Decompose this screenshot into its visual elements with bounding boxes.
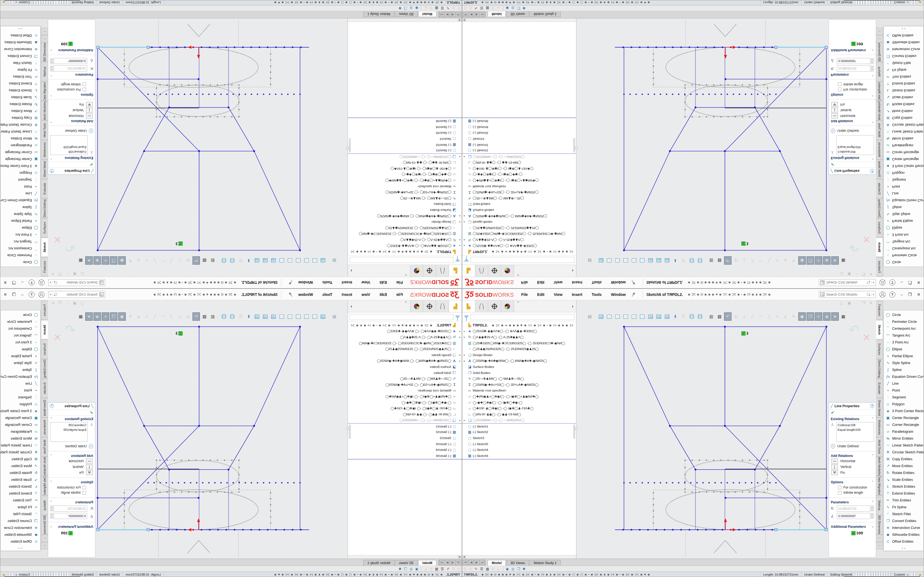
tab-configurationmanager[interactable] bbox=[423, 265, 436, 277]
panel-expand-chevron[interactable]: › bbox=[572, 268, 576, 273]
flyout-item[interactable]: ✂ Trim Entities bbox=[0, 73, 40, 80]
doc-restore-left-icon[interactable]: ▢ bbox=[81, 272, 84, 276]
tab-nav-arrow[interactable]: ▶ bbox=[474, 560, 480, 565]
help-icon[interactable]: ? bbox=[29, 292, 35, 298]
menu-item[interactable]: Window bbox=[611, 292, 626, 297]
relation-button-row[interactable]: — Horizontal bbox=[831, 113, 874, 118]
motion-toolbar-icon[interactable]: ∟ bbox=[497, 567, 501, 571]
flyout-item[interactable]: ✂ Trim Entities bbox=[0, 497, 40, 504]
flyout-item[interactable]: ╱ Line bbox=[0, 190, 40, 197]
restore-button[interactable]: ❐ bbox=[908, 280, 912, 285]
flyout-item[interactable]: ⌒ Centerpoint Arc bbox=[884, 245, 924, 252]
flyout-item[interactable]: ✲ Circular Sketch Pattern bbox=[884, 121, 924, 128]
toolbar-icon[interactable]: ➤ bbox=[85, 313, 93, 321]
flyout-item[interactable]: ≋ Intersection Curve bbox=[884, 524, 924, 531]
option-row[interactable]: Infinite length bbox=[838, 82, 874, 86]
search-icon[interactable] bbox=[53, 292, 58, 297]
flyout-item[interactable]: ◯ Circle bbox=[0, 259, 40, 266]
option-row[interactable]: Infinite length bbox=[50, 491, 86, 495]
pm-help-icon[interactable]: ? bbox=[50, 404, 54, 408]
collapse-caret-icon[interactable]: ⌃ bbox=[50, 454, 52, 458]
tab-nav-arrow[interactable]: ⏮ bbox=[463, 560, 468, 565]
tree-row[interactable]: ▱ ◯◦◉✚◯✻◉I◯ ◦◯ I◉✻◯✚◉◦◯ bbox=[462, 400, 576, 406]
pm-help-icon[interactable]: ? bbox=[50, 169, 54, 173]
flyout-item[interactable]: ⌒ Centerpoint Arc bbox=[0, 325, 40, 332]
flyout-item[interactable]: ƒx Equation Driven Curve bbox=[0, 197, 40, 204]
status-custom[interactable]: Custom ▴ bbox=[13, 1, 32, 4]
search-input[interactable] bbox=[826, 292, 866, 297]
toolbar-icon[interactable]: ▦ bbox=[77, 313, 84, 321]
commandmanager-tab[interactable]: Features bbox=[876, 257, 883, 276]
tree-row[interactable]: ▸ ↻ ◯Ʌ♟◉✚25◦Λ◯ ◦◯ Λ◦25✚◉♟Ʌ◯ bbox=[462, 237, 576, 243]
tree-row[interactable]: ▸ ↻ ◯Ʌ♟◉✚25◦Λ◯ ◦◯ Λ◦25✚◉♟Ʌ◯ bbox=[462, 334, 576, 340]
close-button[interactable]: ✕ bbox=[917, 280, 921, 285]
flyout-item[interactable]: ↗ Move Entities bbox=[0, 108, 40, 114]
tree-hscrollbar[interactable]: ◀ bbox=[462, 18, 576, 22]
commandmanager-tab[interactable]: ⋮ bbox=[876, 28, 883, 35]
motion-toolbar-icon[interactable] bbox=[503, 6, 503, 10]
tree-row[interactable]: ▸ ★ ◯253Ǝ✚◦♟◉ΛΛ⊕◯ ◦◯ ⊕ΛΛ◉♟◦✚Ǝ352◯ bbox=[462, 328, 576, 334]
flyout-item[interactable]: Ŀ Stretch Entities bbox=[0, 87, 40, 94]
scroll-left-arrow[interactable]: ◀ bbox=[462, 18, 466, 22]
commandmanager-tab[interactable]: Sheet Metal bbox=[876, 398, 883, 417]
angle-field[interactable]: 0.00000000° bbox=[53, 58, 87, 64]
collapse-caret-icon[interactable]: ⌃ bbox=[50, 417, 52, 421]
tree-row[interactable]: ❒ Solid Bodies bbox=[348, 370, 462, 376]
search-dropdown-icon[interactable]: ▾ bbox=[50, 293, 53, 296]
flyout-item[interactable]: Ŀ Stretch Entities bbox=[0, 483, 40, 490]
flyout-item[interactable]: ∿ Style Spline bbox=[884, 211, 924, 218]
relation-button-row[interactable]: Ψ Fix bbox=[831, 102, 874, 107]
flyout-item[interactable]: ❒ Convert Entities bbox=[884, 53, 924, 60]
toolbar-icon[interactable]: ▦ bbox=[840, 313, 847, 321]
collapse-caret-icon[interactable]: ⌃ bbox=[50, 93, 52, 97]
flyout-item[interactable]: ✲ Circular Sketch Pattern bbox=[0, 449, 40, 456]
motion-toolbar-icon[interactable]: ❒ bbox=[517, 567, 520, 571]
menu-item[interactable]: Window bbox=[298, 292, 313, 297]
collapse-caret-icon[interactable]: ⌃ bbox=[50, 480, 52, 484]
relation-item[interactable]: Collinear108 bbox=[838, 423, 872, 427]
pin-icon[interactable] bbox=[632, 293, 635, 297]
tab-featuremanager[interactable]: ▙ bbox=[462, 300, 475, 312]
user-account-icon[interactable] bbox=[39, 280, 45, 286]
commandmanager-tab[interactable]: Markup bbox=[41, 496, 48, 515]
status-custom[interactable]: Custom ▴ bbox=[892, 573, 911, 576]
flyout-item[interactable]: ◖ Partial Ellipse bbox=[884, 353, 924, 359]
tree-row[interactable]: ✎ ◯25◦∩✻♟AM◯ ◦◯ MA♟✻∩◦25◯ bbox=[462, 376, 576, 382]
flyout-item[interactable]: ◈ 3 Point Center Recta... bbox=[0, 163, 40, 169]
relation-button-icon[interactable]: | bbox=[86, 464, 93, 469]
search-box[interactable]: ▾ bbox=[48, 279, 105, 286]
panel-collapse-dot[interactable] bbox=[346, 427, 349, 430]
tab-nav-arrow[interactable]: ▶ bbox=[474, 12, 480, 17]
motion-toolbar-icon[interactable]: ✎ bbox=[446, 6, 449, 10]
flyout-item[interactable]: ✲ Circular Sketch Pattern bbox=[884, 449, 924, 456]
relation-button-row[interactable]: | Vertical bbox=[831, 108, 874, 113]
flyout-item[interactable]: ⁚ Segment bbox=[0, 176, 40, 183]
pm-ok-icon[interactable]: ✔ bbox=[90, 162, 93, 167]
flyout-item[interactable]: ◈ 3 Point Center Recta... bbox=[0, 408, 40, 414]
tab-nav-arrow[interactable]: ◀ bbox=[468, 560, 474, 565]
filter-input[interactable] bbox=[470, 314, 575, 320]
flyout-item[interactable]: ◠ Tangent Arc bbox=[884, 238, 924, 245]
flyout-item[interactable]: ▱ Parallelogram bbox=[0, 428, 40, 435]
flyout-item[interactable]: ◯ Ellipse bbox=[0, 346, 40, 353]
commandmanager-tab[interactable]: Sketch bbox=[41, 320, 48, 339]
tree-row[interactable]: ❒ Solid Bodies bbox=[348, 201, 462, 208]
tab-nav-arrow[interactable]: ⏭ bbox=[480, 560, 485, 565]
flyout-item[interactable]: ↻ Rotate Entities bbox=[0, 101, 40, 108]
relation-button-icon[interactable]: Ψ bbox=[831, 470, 838, 475]
scroll-left-arrow[interactable]: ◀ bbox=[458, 18, 462, 22]
doc-restore-right-icon[interactable]: ▣ bbox=[73, 301, 76, 305]
expand-arrow-icon[interactable]: ▸ bbox=[462, 244, 467, 247]
tree-row[interactable]: ▱ ◯◦◉✚◯✻◉I◯ ◦◯ I◉✻◯✚◉◦◯ bbox=[462, 172, 576, 178]
tab-propertymanager[interactable]: ⎛⎞ bbox=[436, 300, 449, 312]
tree-row[interactable]: ◔ ◯25♟◉25ИN3Ǝ25◯ ◦◯ 25Ǝ3NИ25◉♟25◯ bbox=[348, 225, 462, 231]
tab-configurationmanager[interactable] bbox=[423, 300, 436, 312]
motion-toolbar-icon[interactable]: ❒ bbox=[517, 6, 520, 10]
panel-grip-dot[interactable] bbox=[517, 274, 519, 276]
commandmanager-tab[interactable]: Weldments bbox=[41, 417, 48, 437]
document-tab[interactable]: 3D Views bbox=[506, 11, 529, 17]
motion-toolbar-icon[interactable]: ⎗ bbox=[430, 6, 432, 10]
relation-badge[interactable]: = 109 bbox=[851, 42, 863, 46]
tab-nav-arrow[interactable]: ◀ bbox=[450, 12, 456, 17]
expand-arrow-icon[interactable]: ▸ bbox=[462, 221, 467, 224]
